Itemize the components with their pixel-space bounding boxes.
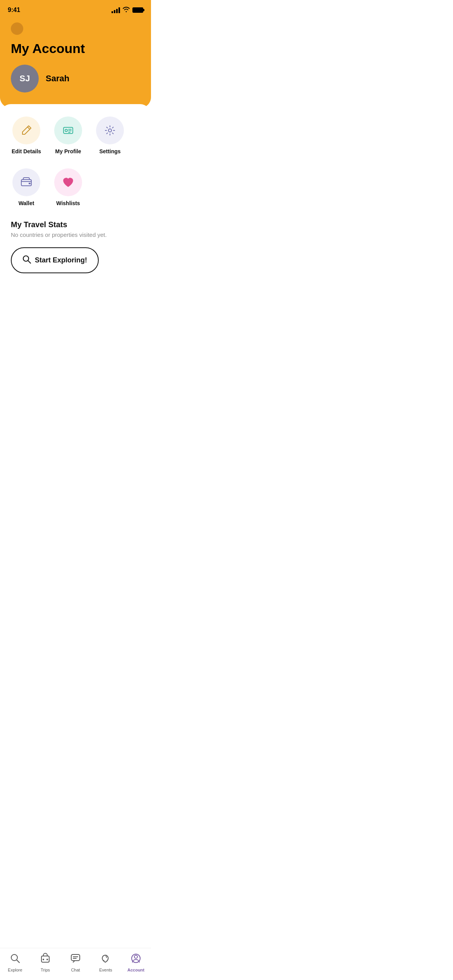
- edit-details-button[interactable]: Edit Details: [11, 117, 42, 154]
- wallet-button[interactable]: Wallet: [11, 168, 42, 206]
- my-profile-icon-circle: [54, 117, 82, 144]
- my-profile-button[interactable]: My Profile: [53, 117, 84, 154]
- status-time: 9:41: [8, 7, 20, 14]
- wifi-icon: [122, 6, 130, 14]
- battery-icon: [132, 7, 143, 13]
- my-profile-label: My Profile: [55, 148, 81, 154]
- wishlists-label: Wishlists: [56, 200, 80, 206]
- wallet-icon-circle: [12, 168, 40, 196]
- main-content: Edit Details My Profile S: [0, 104, 151, 323]
- wishlists-icon-circle: [54, 168, 82, 196]
- header-section: My Account SJ Sarah: [0, 19, 151, 108]
- svg-point-5: [108, 129, 112, 132]
- heart-icon: [62, 176, 74, 188]
- avatar[interactable]: SJ: [11, 65, 39, 93]
- search-icon: [22, 255, 31, 266]
- wishlists-button[interactable]: Wishlists: [53, 168, 84, 206]
- settings-icon-circle: [96, 117, 124, 144]
- edit-details-label: Edit Details: [12, 148, 41, 154]
- settings-label: Settings: [99, 148, 120, 154]
- settings-button[interactable]: Settings: [94, 117, 125, 154]
- travel-stats-section: My Travel Stats No countries or properti…: [11, 220, 140, 273]
- back-dot[interactable]: [11, 22, 23, 35]
- wallet-icon: [20, 176, 33, 188]
- svg-rect-7: [29, 183, 31, 184]
- edit-details-icon-circle: [12, 117, 40, 144]
- start-exploring-button[interactable]: Start Exploring!: [11, 247, 99, 273]
- quick-actions-row2: Wallet Wishlists: [11, 168, 140, 206]
- status-bar: 9:41: [0, 0, 151, 19]
- pencil-icon: [20, 124, 33, 137]
- page-title: My Account: [11, 41, 140, 56]
- travel-stats-subtitle: No countries or properties visited yet.: [11, 231, 140, 238]
- start-exploring-label: Start Exploring!: [35, 256, 87, 264]
- svg-point-1: [65, 129, 67, 132]
- travel-stats-title: My Travel Stats: [11, 220, 140, 229]
- gear-icon: [104, 124, 116, 137]
- user-name: Sarah: [46, 74, 69, 84]
- user-row: SJ Sarah: [11, 65, 140, 93]
- status-icons: [112, 6, 143, 14]
- svg-line-9: [28, 261, 31, 264]
- signal-icon: [112, 7, 120, 13]
- wallet-label: Wallet: [19, 200, 34, 206]
- profile-card-icon: [62, 124, 74, 137]
- quick-actions-row1: Edit Details My Profile S: [11, 117, 140, 154]
